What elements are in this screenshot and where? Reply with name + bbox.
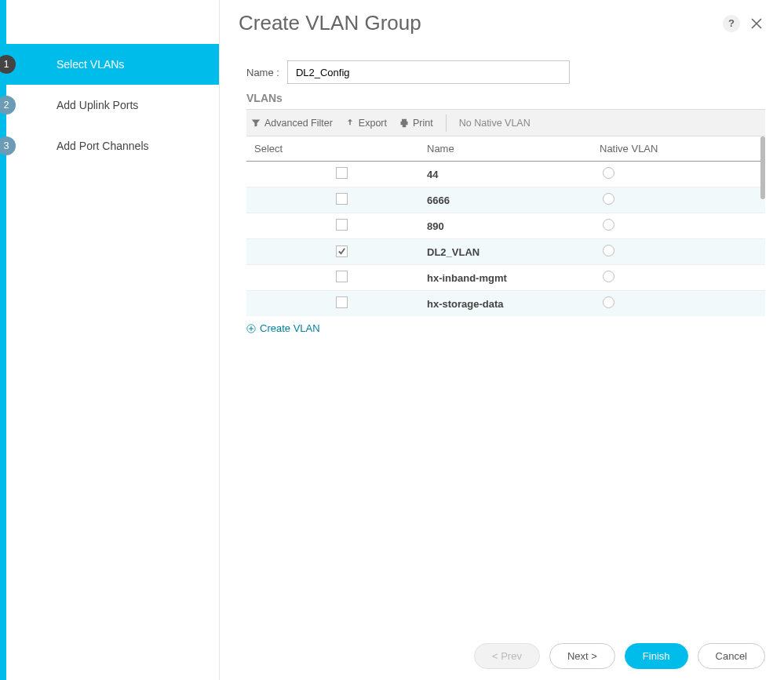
native-vlan-radio[interactable] (603, 193, 614, 205)
vlan-name-cell: 890 (419, 213, 592, 239)
create-vlan-label: Create VLAN (260, 322, 320, 334)
print-icon (399, 118, 409, 128)
native-vlan-radio[interactable] (603, 296, 614, 308)
vlans-table: Select Name Native VLAN 446666890DL2_VLA… (246, 136, 765, 316)
help-icon[interactable]: ? (723, 15, 740, 32)
close-icon[interactable] (748, 15, 765, 32)
col-header-native: Native VLAN (592, 136, 765, 162)
step-number-badge: 1 (0, 55, 16, 74)
wizard-step-3[interactable]: 3Add Port Channels (6, 125, 219, 166)
vlan-name-cell: DL2_VLAN (419, 239, 592, 265)
main-panel: Create VLAN Group ? Name : VLANs Advance… (220, 0, 784, 680)
print-button[interactable]: Print (399, 118, 433, 129)
wizard-step-1[interactable]: 1Select VLANs (6, 44, 219, 85)
select-checkbox[interactable] (336, 167, 348, 179)
export-label: Export (359, 118, 387, 129)
wizard-sidebar: 1Select VLANs2Add Uplink Ports3Add Port … (6, 0, 220, 680)
advanced-filter-button[interactable]: Advanced Filter (251, 118, 333, 129)
table-row: 6666 (246, 187, 765, 213)
select-checkbox[interactable] (336, 193, 348, 205)
table-row: hx-storage-data (246, 291, 765, 317)
create-vlan-link[interactable]: Create VLAN (246, 322, 320, 334)
print-label: Print (413, 118, 433, 129)
step-label: Add Port Channels (57, 140, 149, 152)
native-vlan-radio[interactable] (603, 219, 614, 231)
table-row: DL2_VLAN (246, 239, 765, 265)
prev-button: < Prev (474, 643, 540, 669)
col-header-name: Name (419, 136, 592, 162)
col-header-select: Select (246, 136, 419, 162)
name-input[interactable] (287, 60, 570, 84)
native-vlan-radio[interactable] (603, 271, 614, 282)
scrollbar-thumb[interactable] (760, 136, 765, 199)
vlans-section-label: VLANs (246, 92, 765, 104)
native-vlan-radio[interactable] (603, 167, 614, 179)
table-toolbar: Advanced Filter Export Print No Native V… (246, 110, 765, 136)
table-row: 44 (246, 162, 765, 187)
native-vlan-radio[interactable] (603, 245, 614, 256)
table-row: hx-inband-mgmt (246, 265, 765, 291)
finish-button[interactable]: Finish (625, 643, 688, 669)
select-checkbox[interactable] (336, 219, 348, 231)
plus-icon (246, 324, 256, 333)
next-button[interactable]: Next > (549, 643, 615, 669)
wizard-footer: < Prev Next > Finish Cancel (239, 643, 765, 669)
step-number-badge: 3 (0, 136, 16, 155)
select-checkbox[interactable] (336, 245, 348, 257)
select-checkbox[interactable] (336, 296, 348, 308)
vlan-name-cell: 44 (419, 162, 592, 187)
cancel-button[interactable]: Cancel (698, 643, 765, 669)
advanced-filter-label: Advanced Filter (264, 118, 333, 129)
vlan-name-cell: 6666 (419, 187, 592, 213)
select-checkbox[interactable] (336, 271, 348, 282)
name-label: Name : (246, 67, 279, 78)
vlan-name-cell: hx-inband-mgmt (419, 265, 592, 291)
step-label: Add Uplink Ports (57, 99, 138, 111)
vlan-name-cell: hx-storage-data (419, 291, 592, 317)
export-icon (345, 118, 355, 128)
step-number-badge: 2 (0, 96, 16, 115)
wizard-step-2[interactable]: 2Add Uplink Ports (6, 85, 219, 125)
no-native-vlan-label: No Native VLAN (459, 118, 531, 129)
toolbar-divider (446, 115, 447, 132)
step-label: Select VLANs (57, 58, 124, 71)
export-button[interactable]: Export (345, 118, 387, 129)
filter-icon (251, 118, 261, 128)
page-title: Create VLAN Group (239, 11, 421, 35)
table-row: 890 (246, 213, 765, 239)
